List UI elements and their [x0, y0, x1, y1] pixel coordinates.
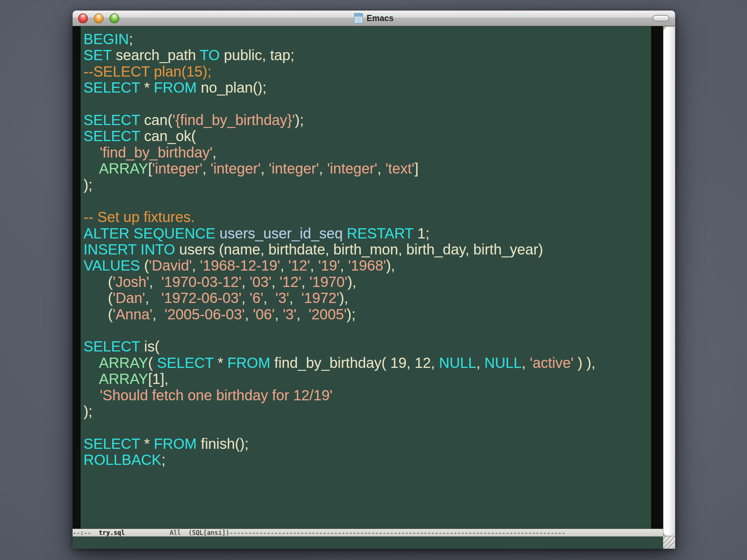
code-token: VALUES	[84, 257, 140, 273]
code-token: ,	[275, 306, 283, 322]
code-line: SELECT * FROM finish();	[84, 436, 651, 452]
code-token: ARRAY	[99, 371, 148, 387]
scrollbar-thumb[interactable]	[663, 27, 675, 536]
modeline-gap	[181, 529, 188, 536]
code-token: 'Anna'	[113, 306, 152, 322]
desktop: { "window": { "title": "Emacs", "buttons…	[0, 0, 747, 560]
code-token: '1970'	[309, 274, 347, 290]
scrollbar[interactable]	[663, 26, 675, 549]
code-line: ('Dan', '1972-06-03', '6', '3', '1972'),	[84, 290, 651, 306]
code-token: *	[213, 355, 227, 371]
code-token: can_ok(	[140, 128, 196, 144]
code-token: ),	[386, 257, 395, 273]
editor-column: BEGIN;SET search_path TO public, tap;--S…	[73, 26, 663, 549]
code-token: '06'	[253, 306, 275, 322]
code-line: ARRAY( SELECT * FROM find_by_birthday( 1…	[84, 355, 651, 371]
echo-area[interactable]	[73, 537, 663, 549]
code-line: -- Set up fixtures.	[84, 209, 651, 225]
code-token: --SELECT plan(15);	[84, 63, 212, 79]
code-token: ;	[161, 452, 165, 468]
code-token: users_user_id_seq	[220, 225, 343, 241]
code-token: '12'	[288, 257, 310, 273]
code-token	[84, 371, 99, 387]
code-token: ,	[522, 355, 530, 371]
code-token: ,	[319, 160, 327, 176]
code-token: ROLLBACK	[84, 452, 161, 468]
code-token: NULL	[484, 355, 522, 371]
code-line: ALTER SEQUENCE users_user_id_seq RESTART…	[84, 225, 651, 241]
code-token: '03'	[249, 274, 271, 290]
code-token: RESTART	[347, 225, 413, 241]
code-line: ARRAY['integer', 'integer', 'integer', '…	[84, 160, 651, 176]
code-token: 1;	[413, 225, 429, 241]
code-line: VALUES ('David', '1968-12-19', '12', '19…	[84, 257, 651, 273]
collapse-widget[interactable]	[653, 15, 669, 22]
code-token: TO	[200, 47, 220, 63]
code-token: ,	[289, 290, 301, 306]
code-token: [1],	[148, 371, 169, 387]
code-token: no_plan();	[197, 79, 266, 96]
code-token: 'Josh'	[113, 274, 149, 290]
left-fringe	[73, 26, 81, 529]
code-token: ,	[476, 355, 484, 371]
code-token: '1972-06-03'	[161, 290, 241, 306]
code-token: '{find_by_birthday}'	[173, 112, 295, 128]
code-token: ,	[212, 144, 216, 160]
code-token: SELECT	[84, 338, 140, 354]
code-token: find_by_birthday( 19, 12,	[270, 355, 439, 371]
code-line: ROLLBACK;	[84, 452, 651, 468]
resize-grip-icon[interactable]	[663, 536, 675, 549]
code-line: );	[84, 177, 651, 193]
zoom-button[interactable]	[109, 13, 119, 23]
code-token: 'Should fetch one birthday for 12/19'	[100, 387, 332, 403]
code-token: ) ),	[573, 355, 595, 371]
code-token: ,	[340, 257, 348, 273]
code-token: '1968-12-19'	[200, 257, 280, 273]
code-token: 'integer'	[327, 160, 378, 176]
code-token: SELECT	[157, 355, 214, 371]
code-token: [	[148, 160, 152, 176]
window-titlebar[interactable]: Emacs	[73, 11, 675, 26]
code-token: -- Set up fixtures.	[84, 209, 195, 225]
code-line: );	[84, 403, 651, 419]
code-token: 'active'	[530, 355, 574, 371]
code-line: SELECT is(	[84, 338, 651, 354]
code-line: SELECT can_ok(	[84, 128, 651, 144]
mode-line[interactable]: --:-- try.sql All (SQL[ansi]) ----------…	[73, 529, 663, 537]
code-token: finish();	[197, 436, 248, 452]
code-token: BEGIN	[84, 31, 129, 47]
code-token: (	[140, 257, 149, 273]
code-token: FROM	[154, 436, 197, 452]
code-token: ,	[241, 274, 249, 290]
code-token: search_path	[112, 47, 200, 63]
code-token: '3'	[283, 306, 297, 322]
code-token: ]	[414, 160, 418, 176]
buffer-row: BEGIN;SET search_path TO public, tap;--S…	[73, 26, 663, 529]
code-token: ALTER SEQUENCE	[84, 225, 216, 241]
close-button[interactable]	[78, 13, 88, 23]
window-title-group: Emacs	[354, 13, 394, 23]
code-token: ),	[339, 290, 348, 306]
minimize-button[interactable]	[94, 13, 104, 23]
code-line: 'Should fetch one birthday for 12/19'	[84, 387, 651, 403]
text-buffer[interactable]: BEGIN;SET search_path TO public, tap;--S…	[81, 26, 651, 529]
code-token: 'text'	[385, 160, 414, 176]
code-token	[84, 160, 99, 176]
code-line: SET search_path TO public, tap;	[84, 47, 651, 63]
right-fringe	[651, 26, 663, 529]
modeline-buffer-name[interactable]: try.sql	[99, 529, 125, 536]
code-line: --SELECT plan(15);	[84, 63, 651, 79]
code-token: FROM	[154, 79, 197, 96]
code-line: ('Anna', '2005-06-03', '06', '3', '2005'…	[84, 306, 651, 322]
code-line: INSERT INTO users (name, birthdate, birt…	[84, 241, 651, 257]
modeline-major-mode[interactable]: (SQL[ansi])	[188, 529, 229, 536]
code-line	[84, 96, 651, 112]
code-token: ,	[241, 290, 249, 306]
code-token: ,	[149, 274, 161, 290]
code-token: );	[84, 403, 92, 419]
code-token: );	[295, 112, 303, 128]
code-line: BEGIN;	[84, 31, 651, 47]
code-token: 'find_by_birthday'	[100, 144, 212, 160]
code-token: ),	[348, 274, 356, 290]
code-token: '3'	[275, 290, 289, 306]
